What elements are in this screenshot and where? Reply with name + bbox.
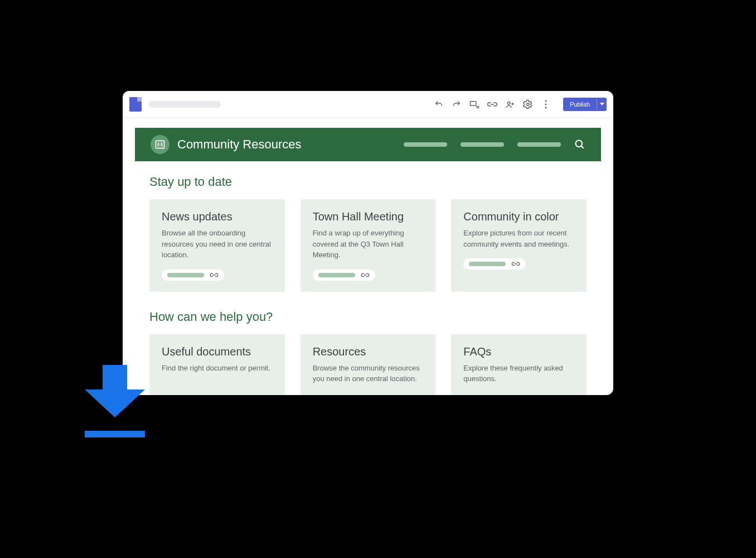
- link-icon: [361, 272, 370, 278]
- card-title: Community in color: [463, 210, 574, 223]
- preview-icon[interactable]: [469, 99, 479, 109]
- card-title: Resources: [313, 345, 424, 358]
- more-icon[interactable]: [541, 99, 551, 109]
- site-header: Community Resources: [135, 128, 601, 161]
- link-icon[interactable]: [487, 99, 497, 109]
- link-text-placeholder: [318, 273, 355, 277]
- sites-app-icon[interactable]: [129, 97, 142, 112]
- card-row-stay: News updates Browse all the onboarding r…: [149, 199, 587, 292]
- card-town-hall: Town Hall Meeting Find a wrap up of ever…: [301, 199, 436, 292]
- nav-item-3[interactable]: [517, 142, 561, 147]
- card-faqs: FAQs Explore these frequently asked ques…: [451, 334, 587, 396]
- card-desc: Browse the community resources you need …: [313, 363, 424, 384]
- card-useful-documents: Useful documents Find the right document…: [149, 334, 285, 396]
- card-desc: Find a wrap up of everything covered at …: [313, 228, 424, 261]
- card-desc: Explore pictures from our recent communi…: [463, 228, 574, 249]
- card-news-updates: News updates Browse all the onboarding r…: [149, 199, 285, 292]
- section-title-help: How can we help you?: [149, 310, 587, 324]
- card-title: Useful documents: [162, 345, 273, 358]
- card-title: FAQs: [463, 345, 574, 358]
- site-title: Community Resources: [177, 137, 302, 152]
- svg-point-13: [576, 141, 583, 147]
- document-title-placeholder[interactable]: [148, 101, 221, 108]
- site-logo-icon: [151, 135, 169, 154]
- download-base-bar: [85, 431, 145, 437]
- publish-button[interactable]: Publish: [563, 98, 597, 111]
- settings-icon[interactable]: [523, 99, 533, 109]
- app-toolbar: Publish: [123, 91, 613, 118]
- svg-line-14: [581, 146, 584, 148]
- svg-point-5: [545, 107, 546, 108]
- redo-icon[interactable]: [452, 99, 462, 109]
- svg-rect-0: [470, 101, 476, 105]
- svg-rect-15: [103, 365, 127, 389]
- card-link-chip[interactable]: [313, 270, 375, 281]
- card-community-color: Community in color Explore pictures from…: [451, 199, 587, 292]
- card-title: News updates: [162, 210, 273, 223]
- nav-item-1[interactable]: [404, 142, 447, 147]
- link-icon: [210, 272, 219, 278]
- undo-icon[interactable]: [434, 99, 444, 109]
- card-link-chip[interactable]: [463, 258, 526, 270]
- share-icon[interactable]: [505, 99, 515, 109]
- link-text-placeholder: [167, 273, 204, 277]
- publish-button-group: Publish: [563, 98, 607, 111]
- download-arrow-icon: [85, 365, 145, 437]
- card-resources: Resources Browse the community resources…: [301, 334, 436, 396]
- site-nav: [404, 139, 585, 150]
- site-content: Stay up to date News updates Browse all …: [123, 161, 613, 395]
- app-window: Publish Community Resources Stay up to d…: [123, 91, 613, 395]
- card-row-help: Useful documents Find the right document…: [149, 334, 587, 396]
- svg-point-4: [545, 103, 546, 105]
- search-icon[interactable]: [574, 139, 585, 150]
- nav-item-2[interactable]: [461, 142, 504, 147]
- card-desc: Browse all the onboarding resources you …: [162, 228, 273, 261]
- card-desc: Explore these frequently asked questions…: [463, 363, 574, 384]
- publish-dropdown-button[interactable]: [597, 98, 607, 111]
- svg-point-1: [507, 102, 510, 104]
- card-link-chip[interactable]: [162, 270, 224, 281]
- toolbar-actions: Publish: [434, 98, 607, 111]
- card-desc: Find the right document or permit.: [162, 363, 273, 374]
- svg-rect-6: [156, 141, 164, 148]
- section-title-stay: Stay up to date: [149, 175, 587, 189]
- link-icon: [511, 261, 520, 267]
- link-text-placeholder: [469, 262, 506, 266]
- svg-point-3: [545, 100, 546, 102]
- card-title: Town Hall Meeting: [313, 210, 424, 223]
